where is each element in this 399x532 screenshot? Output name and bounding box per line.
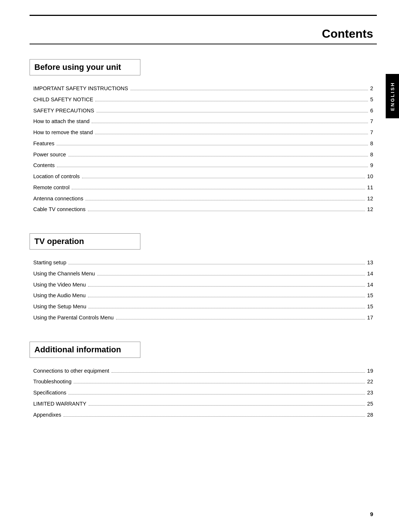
toc-row: Antenna connections12 [33,195,373,203]
toc-dots [96,112,368,112]
sections-container: Before using your unitIMPORTANT SAFETY I… [30,59,377,426]
toc-dots [92,123,368,123]
toc-page-number: 7 [370,118,373,126]
toc-row: Using the Channels Menu14 [33,270,373,278]
toc-page-number: 15 [367,292,373,300]
toc-row: Features8 [33,140,373,148]
toc-entry-label: Connections to other equipment [33,367,109,375]
toc-page-number: 6 [370,107,373,115]
toc-entry-label: Using the Parental Controls Menu [33,314,114,322]
top-border [30,15,377,16]
toc-page-number: 7 [370,129,373,137]
toc-page-number: 8 [370,151,373,159]
toc-page-number: 12 [367,195,373,203]
toc-dots [85,200,365,200]
toc-row: Appendixes28 [33,411,373,419]
toc-row: Using the Parental Controls Menu17 [33,314,373,322]
toc-page-number: 8 [370,140,373,148]
side-tab: ENGLISH [386,74,399,118]
toc-dots [57,167,368,167]
toc-entry-label: Troubleshooting [33,378,71,386]
toc-row: Using the Setup Menu15 [33,303,373,311]
toc-page-number: 10 [367,173,373,181]
toc-dots [82,178,365,178]
toc-page-number: 23 [367,389,373,397]
toc-page-number: 2 [370,85,373,93]
toc-row: Using the Video Menu14 [33,281,373,289]
toc-dots [97,275,365,275]
toc-dots [64,416,365,417]
toc-entries-before-using: IMPORTANT SAFETY INSTRUCTIONS2CHILD SAFE… [30,83,377,220]
toc-page-number: 11 [367,184,373,192]
toc-entry-label: Using the Video Menu [33,281,86,289]
toc-entry-label: Appendixes [33,411,61,419]
toc-entry-label: Using the Channels Menu [33,270,95,278]
toc-row: CHILD SAFETY NOTICE5 [33,96,373,104]
toc-row: Location of controls10 [33,173,373,181]
toc-entry-label: Cable TV connections [33,206,86,214]
toc-entries-tv-operation: Starting setup13Using the Channels Menu1… [30,257,377,329]
toc-page-number: 14 [367,270,373,278]
toc-row: SAFETY PRECAUTIONS6 [33,107,373,115]
toc-entry-label: How to attach the stand [33,118,89,126]
toc-entry-label: CHILD SAFETY NOTICE [33,96,93,104]
section-header-tv-operation: TV operation [30,233,140,250]
toc-entry-label: Specifications [33,389,66,397]
page-container: Contents Before using your unitIMPORTANT… [0,0,399,532]
toc-entry-label: Antenna connections [33,195,83,203]
toc-row: LIMITED WARRANTY25 [33,400,373,408]
toc-page-number: 14 [367,281,373,289]
toc-row: Power source8 [33,151,373,159]
toc-entry-label: Using the Audio Menu [33,292,86,300]
toc-dots [88,308,365,308]
toc-page-number: 19 [367,367,373,375]
toc-page-number: 17 [367,314,373,322]
toc-dots [95,101,368,101]
toc-dots [74,383,365,383]
toc-entry-label: Features [33,140,54,148]
section-additional-info: Additional informationConnections to oth… [30,342,377,426]
toc-dots [130,90,368,90]
toc-dots [88,211,365,211]
toc-entry-label: Using the Setup Menu [33,303,86,311]
toc-row: How to remove the stand7 [33,129,373,137]
toc-page-number: 9 [370,162,373,170]
title-underline [30,44,377,44]
toc-row: How to attach the stand7 [33,118,373,126]
toc-page-number: 22 [367,378,373,386]
toc-row: Specifications23 [33,389,373,397]
toc-row: Cable TV connections12 [33,206,373,214]
toc-page-number: 15 [367,303,373,311]
toc-row: IMPORTANT SAFETY INSTRUCTIONS2 [33,85,373,93]
toc-entries-additional-info: Connections to other equipment19Troubles… [30,365,377,426]
toc-dots [57,145,368,145]
toc-dots [116,319,365,319]
section-header-additional-info: Additional information [30,342,140,358]
toc-page-number: 28 [367,411,373,419]
toc-page-number: 13 [367,259,373,267]
toc-dots [68,264,365,264]
toc-dots [89,405,365,406]
toc-row: Using the Audio Menu15 [33,292,373,300]
toc-dots [95,134,368,134]
toc-page-number: 25 [367,400,373,408]
toc-dots [68,394,365,394]
toc-entry-label: LIMITED WARRANTY [33,400,86,408]
toc-entry-label: Location of controls [33,173,80,181]
toc-entry-label: How to remove the stand [33,129,93,137]
toc-row: Remote control11 [33,184,373,192]
toc-page-number: 5 [370,96,373,104]
toc-entry-label: SAFETY PRECAUTIONS [33,107,94,115]
toc-row: Contents9 [33,162,373,170]
toc-row: Troubleshooting22 [33,378,373,386]
toc-dots [88,297,365,297]
toc-entry-label: Starting setup [33,259,66,267]
toc-entry-label: Contents [33,162,55,170]
page-number: 9 [370,511,373,517]
section-header-before-using: Before using your unit [30,59,140,75]
toc-dots [112,372,365,373]
toc-entry-label: Remote control [33,184,69,192]
toc-dots [72,189,365,189]
page-title: Contents [30,27,377,41]
toc-dots [88,286,365,287]
